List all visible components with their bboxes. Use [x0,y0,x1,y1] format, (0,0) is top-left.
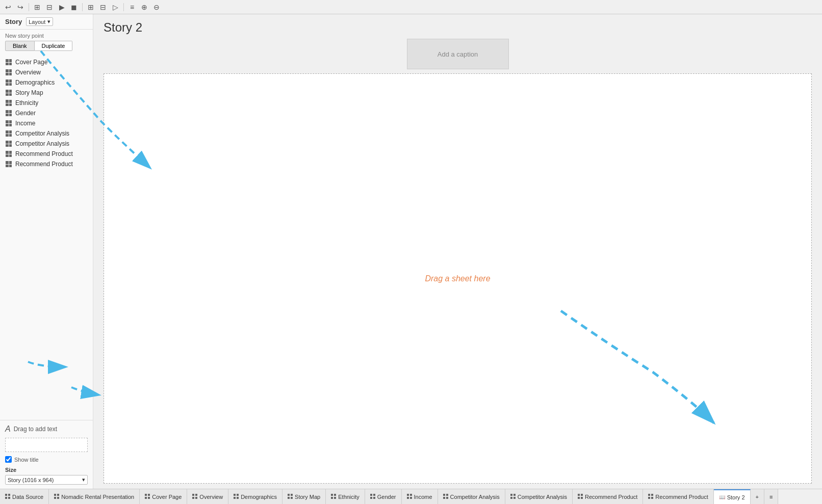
sidebar-item-icon-3 [5,89,12,96]
sidebar-item-0[interactable]: Cover Page [0,57,93,67]
tab-icon-0 [5,494,10,500]
tab-wrapper-5: Story Map [282,489,326,504]
show-title-checkbox[interactable] [5,456,12,463]
tab-menu-button[interactable]: ≡ [764,489,778,504]
canvas-wrapper: Add a caption Drag a sheet here [93,39,822,489]
toolbar-icon-5[interactable]: ⊞ [86,2,96,12]
tab-wrapper-0: Data Source [0,489,49,504]
bottom-tab-1[interactable]: Nomadic Rental Presentation [49,489,140,504]
svg-rect-24 [331,494,333,496]
sidebar-item-8[interactable]: Competitor Analysis [0,139,93,149]
tab-wrapper-2: Cover Page [140,489,187,504]
tab-label-6: Ethnicity [338,494,359,500]
svg-rect-0 [5,494,7,496]
svg-rect-13 [195,494,197,496]
bottom-tab-8[interactable]: Income [402,489,438,504]
tab-wrapper-4: Demographics [228,489,282,504]
bottom-tab-0[interactable]: Data Source [0,489,49,504]
bottom-tab-3[interactable]: Overview [187,489,228,504]
sidebar-item-label-4: Ethnicity [15,99,38,107]
toolbar-icon-1[interactable]: ⊞ [32,2,42,12]
bottom-tab-13[interactable]: 📖Story 2 [714,489,751,504]
svg-rect-27 [334,497,336,499]
sidebar-item-3[interactable]: Story Map [0,88,93,98]
text-icon: A [5,425,11,434]
toolbar-icon-4[interactable]: ◼ [69,2,79,12]
svg-rect-12 [192,494,194,496]
toolbar-icon-7[interactable]: ▷ [110,2,120,12]
sidebar-item-4[interactable]: Ethnicity [0,98,93,108]
toolbar-undo[interactable]: ↩ [3,2,13,12]
svg-rect-38 [443,497,445,499]
svg-rect-10 [145,497,147,499]
toolbar-icon-8[interactable]: ≡ [127,2,137,12]
sidebar-item-label-9: Recommend Product [15,150,73,157]
svg-rect-21 [291,494,293,496]
bottom-tab-9[interactable]: Competitor Analysis [438,489,505,504]
bottom-tab-5[interactable]: Story Map [282,489,326,504]
layout-dropdown[interactable]: Layout ▾ [26,17,53,26]
size-label: Size [5,467,88,473]
sidebar-item-9[interactable]: Recommend Product [0,149,93,159]
tab-label-1: Nomadic Rental Presentation [61,494,134,500]
bottom-tab-12[interactable]: Recommend Product [643,489,713,504]
tab-wrapper-10: Competitor Analysis [505,489,573,504]
svg-rect-51 [651,497,653,499]
sidebar-item-6[interactable]: Income [0,118,93,128]
tab-label-11: Recommend Product [585,494,637,500]
svg-rect-36 [443,494,445,496]
bottom-tab-7[interactable]: Gender [365,489,402,504]
toolbar-icon-2[interactable]: ⊟ [44,2,55,12]
toolbar-icon-3[interactable]: ▶ [57,2,67,12]
story-canvas[interactable]: Drag a sheet here [104,73,812,484]
bottom-tab-2[interactable]: Cover Page [140,489,187,504]
sidebar-item-icon-10 [5,161,12,168]
tab-icon-10 [510,494,516,500]
tab-wrapper-8: Income [402,489,438,504]
tab-wrapper-9: Competitor Analysis [438,489,505,504]
tab-icon-6 [331,494,336,500]
bottom-tab-4[interactable]: Demographics [228,489,282,504]
sidebar-item-icon-2 [5,79,12,86]
svg-rect-39 [446,497,448,499]
duplicate-button[interactable]: Duplicate [35,41,73,51]
drag-text-area[interactable] [5,438,88,452]
sidebar-item-1[interactable]: Overview [0,67,93,77]
sidebar-item-label-7: Competitor Analysis [15,130,69,137]
bottom-tab-6[interactable]: Ethnicity [326,489,365,504]
size-dropdown[interactable]: Story (1016 x 964) ▾ [5,475,88,485]
svg-rect-49 [651,494,653,496]
tab-wrapper-12: Recommend Product [643,489,713,504]
tab-icon-2 [145,494,150,500]
sidebar-item-7[interactable]: Competitor Analysis [0,128,93,139]
toolbar-redo[interactable]: ↪ [15,2,25,12]
sidebar-item-label-10: Recommend Product [15,161,73,168]
sidebar-item-icon-6 [5,120,12,127]
toolbar-icon-6[interactable]: ⊟ [98,2,108,12]
svg-rect-48 [648,494,650,496]
tab-label-2: Cover Page [152,494,182,500]
sidebar-item-10[interactable]: Recommend Product [0,159,93,169]
svg-rect-28 [370,494,372,496]
svg-rect-8 [145,494,147,496]
toolbar-icon-10[interactable]: ⊖ [151,2,162,12]
bottom-tab-10[interactable]: Competitor Analysis [505,489,573,504]
toolbar-icon-9[interactable]: ⊕ [139,2,149,12]
caption-placeholder: Add a caption [438,50,478,58]
toolbar-divider-3 [123,3,124,11]
bottom-tab-11[interactable]: Recommend Product [573,489,643,504]
svg-rect-4 [54,494,56,496]
sidebar-item-5[interactable]: Gender [0,108,93,118]
caption-box[interactable]: Add a caption [407,39,509,69]
svg-rect-41 [513,494,516,496]
sidebar-item-2[interactable]: Demographics [0,77,93,88]
size-value: Story (1016 x 964) [8,477,54,483]
blank-button[interactable]: Blank [5,41,35,51]
svg-rect-6 [54,497,56,499]
svg-rect-5 [57,494,59,496]
story-point-buttons: Blank Duplicate [0,41,93,55]
svg-rect-35 [410,497,412,499]
tab-wrapper-11: Recommend Product [573,489,643,504]
tab-add-button[interactable]: + [751,489,764,504]
svg-rect-1 [8,494,10,496]
